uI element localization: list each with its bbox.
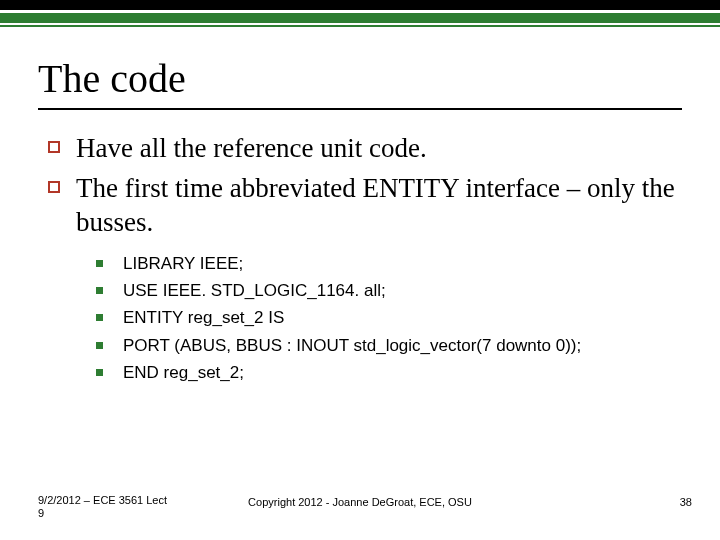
slide-number: 38 [680, 496, 692, 508]
code-line: USE IEEE. STD_LOGIC_1164. all; [123, 280, 386, 302]
border-black [0, 0, 720, 10]
slide-content: The code Have all the reference unit cod… [0, 27, 720, 384]
bullet-list: Have all the reference unit code. The fi… [38, 132, 682, 239]
list-item: The first time abbreviated ENTITY interf… [48, 172, 682, 240]
list-item: LIBRARY IEEE; [96, 253, 682, 275]
top-border [0, 0, 720, 27]
list-item: USE IEEE. STD_LOGIC_1164. all; [96, 280, 682, 302]
filled-square-icon [96, 342, 103, 349]
list-item: ENTITY reg_set_2 IS [96, 307, 682, 329]
hollow-square-icon [48, 141, 60, 153]
list-item: PORT (ABUS, BBUS : INOUT std_logic_vecto… [96, 335, 682, 357]
list-item: END reg_set_2; [96, 362, 682, 384]
code-line: ENTITY reg_set_2 IS [123, 307, 284, 329]
filled-square-icon [96, 369, 103, 376]
filled-square-icon [96, 260, 103, 267]
list-item: Have all the reference unit code. [48, 132, 682, 166]
code-line: END reg_set_2; [123, 362, 244, 384]
bullet-text: The first time abbreviated ENTITY interf… [76, 172, 682, 240]
bullet-text: Have all the reference unit code. [76, 132, 427, 166]
hollow-square-icon [48, 181, 60, 193]
code-list: LIBRARY IEEE; USE IEEE. STD_LOGIC_1164. … [38, 253, 682, 383]
filled-square-icon [96, 314, 103, 321]
code-line: PORT (ABUS, BBUS : INOUT std_logic_vecto… [123, 335, 581, 357]
border-green-thick [0, 13, 720, 23]
title-underline [38, 108, 682, 110]
footer-copyright: Copyright 2012 - Joanne DeGroat, ECE, OS… [0, 496, 720, 508]
slide-title: The code [38, 55, 682, 102]
code-line: LIBRARY IEEE; [123, 253, 243, 275]
filled-square-icon [96, 287, 103, 294]
